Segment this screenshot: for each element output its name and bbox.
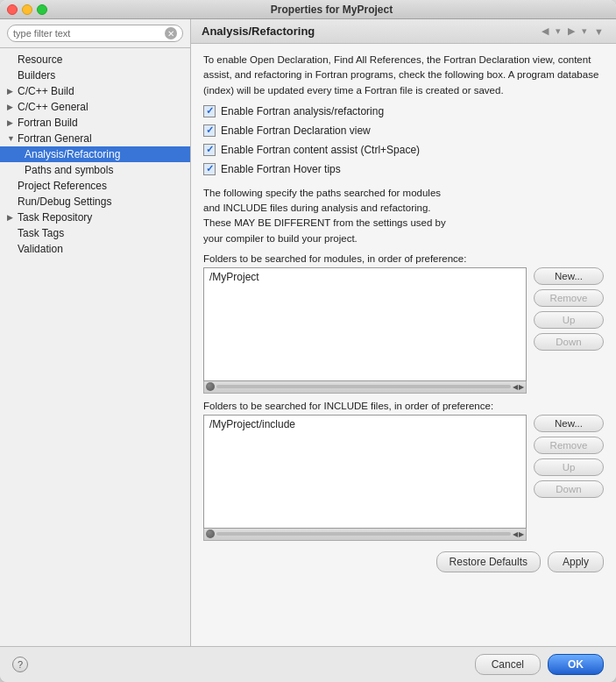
scroll-thumb[interactable] xyxy=(206,529,215,538)
checkbox-enable-declaration-label: Enable Fortran Declaration view xyxy=(221,124,371,137)
main-content: ✕ Resource Builders ▶ C/C++ Build xyxy=(0,19,616,646)
minimize-button[interactable] xyxy=(22,4,32,15)
sidebar-item-run-debug[interactable]: Run/Debug Settings xyxy=(0,194,190,210)
include-buttons: New... Remove Up Down xyxy=(534,415,604,498)
checkbox-enable-hover-box[interactable]: ✓ xyxy=(203,163,216,175)
checkbox-enable-hover: ✓ Enable Fortran Hover tips xyxy=(203,163,604,175)
modules-list[interactable]: /MyProject xyxy=(203,267,527,381)
restore-apply-bar: Restore Defaults Apply xyxy=(203,551,604,572)
filter-clear-button[interactable]: ✕ xyxy=(165,27,177,39)
right-panel: Analysis/Refactoring ◀ ▾ ▶ ▾ ▼ To enable… xyxy=(191,19,616,646)
checkbox-enable-analysis-box[interactable]: ✓ xyxy=(203,105,216,117)
checkbox-enable-content-assist-box[interactable]: ✓ xyxy=(203,144,216,156)
traffic-lights xyxy=(7,4,47,15)
checkbox-enable-content-assist: ✓ Enable Fortran content assist (Ctrl+Sp… xyxy=(203,144,604,156)
apply-button[interactable]: Apply xyxy=(548,551,604,572)
restore-defaults-button[interactable]: Restore Defaults xyxy=(436,551,541,572)
panel-header: Analysis/Refactoring ◀ ▾ ▶ ▾ ▼ xyxy=(191,19,616,44)
include-down-button[interactable]: Down xyxy=(534,480,604,498)
panel-body: To enable Open Declaration, Find All Ref… xyxy=(191,44,616,646)
sidebar: ✕ Resource Builders ▶ C/C++ Build xyxy=(0,19,191,646)
include-folder-row: /MyProject/include ◀ ▶ xyxy=(203,415,604,541)
checkbox-enable-hover-label: Enable Fortran Hover tips xyxy=(221,163,341,175)
scroll-left-icon[interactable]: ◀ xyxy=(513,530,518,538)
modules-remove-button[interactable]: Remove xyxy=(534,289,604,307)
sidebar-item-validation[interactable]: Validation xyxy=(0,241,190,257)
checkbox-enable-content-assist-label: Enable Fortran content assist (Ctrl+Spac… xyxy=(221,144,420,156)
modules-new-button[interactable]: New... xyxy=(534,267,604,285)
sidebar-item-task-tags[interactable]: Task Tags xyxy=(0,225,190,241)
include-list[interactable]: /MyProject/include xyxy=(203,415,527,529)
close-button[interactable] xyxy=(7,4,18,15)
modules-scrollbar: ◀ ▶ xyxy=(203,381,527,394)
dialog-footer: ? Cancel OK xyxy=(0,646,616,682)
arrow-icon: ▶ xyxy=(7,103,18,111)
maximize-button[interactable] xyxy=(37,4,47,15)
include-scrollbar: ◀ ▶ xyxy=(203,529,527,541)
checkbox-enable-declaration-box[interactable]: ✓ xyxy=(203,124,216,137)
filter-input[interactable] xyxy=(13,28,165,39)
modules-label: Folders to be searched for modules, in o… xyxy=(203,253,604,264)
include-remove-button[interactable]: Remove xyxy=(534,437,604,454)
scroll-track xyxy=(216,532,511,536)
sidebar-item-cpp-general[interactable]: ▶ C/C++ General xyxy=(0,99,190,115)
sidebar-item-analysis-refactoring[interactable]: Analysis/Refactoring xyxy=(0,146,190,162)
modules-list-wrap: /MyProject ◀ ▶ xyxy=(203,267,527,394)
sidebar-item-fortran-build[interactable]: ▶ Fortran Build xyxy=(0,115,190,131)
arrow-icon: ▼ xyxy=(7,134,18,143)
scroll-arrows: ◀ ▶ xyxy=(513,383,524,391)
checkbox-enable-declaration: ✓ Enable Fortran Declaration view xyxy=(203,124,604,137)
sidebar-item-resource[interactable]: Resource xyxy=(0,52,190,67)
checkmark-icon: ✓ xyxy=(206,144,214,155)
checkmark-icon: ✓ xyxy=(206,105,214,117)
sidebar-item-paths-symbols[interactable]: Paths and symbols xyxy=(0,162,190,178)
filter-input-wrap: ✕ xyxy=(7,25,183,42)
sidebar-item-cpp-build[interactable]: ▶ C/C++ Build xyxy=(0,83,190,99)
window-title: Properties for MyProject xyxy=(54,4,609,16)
modules-buttons: New... Remove Up Down xyxy=(534,267,604,351)
checkmark-icon: ✓ xyxy=(206,163,214,174)
scroll-left-icon[interactable]: ◀ xyxy=(513,383,518,391)
scroll-track xyxy=(216,385,511,388)
modules-down-button[interactable]: Down xyxy=(534,333,604,351)
filter-bar: ✕ xyxy=(0,19,190,48)
checkmark-icon: ✓ xyxy=(206,124,214,136)
sidebar-item-project-references[interactable]: Project References xyxy=(0,178,190,194)
paths-description: The following specify the paths searched… xyxy=(203,186,604,246)
scroll-arrows: ◀ ▶ xyxy=(513,530,524,538)
include-folder-section: Folders to be searched for INCLUDE files… xyxy=(203,401,604,541)
sidebar-item-fortran-general[interactable]: ▼ Fortran General xyxy=(0,131,190,146)
include-new-button[interactable]: New... xyxy=(534,415,604,432)
arrow-icon: ▶ xyxy=(7,87,18,96)
nav-separator: ▾ xyxy=(554,25,563,38)
arrow-icon: ▶ xyxy=(7,213,18,222)
sidebar-item-task-repository[interactable]: ▶ Task Repository xyxy=(0,210,190,225)
checkbox-enable-analysis-label: Enable Fortran analysis/refactoring xyxy=(221,105,384,117)
sidebar-item-builders[interactable]: Builders xyxy=(0,67,190,83)
modules-folder-row: /MyProject ◀ ▶ xyxy=(203,267,604,394)
sidebar-tree: Resource Builders ▶ C/C++ Build ▶ C/C++ … xyxy=(0,48,190,646)
modules-up-button[interactable]: Up xyxy=(534,311,604,329)
help-button[interactable]: ? xyxy=(12,657,28,672)
scroll-thumb[interactable] xyxy=(206,382,215,391)
list-item: /MyProject/include xyxy=(206,417,524,431)
include-label: Folders to be searched for INCLUDE files… xyxy=(203,401,604,411)
modules-folder-section: Folders to be searched for modules, in o… xyxy=(203,253,604,394)
nav-forward-icon[interactable]: ▶ xyxy=(566,25,577,38)
cancel-button[interactable]: Cancel xyxy=(475,654,541,675)
scroll-right-icon[interactable]: ▶ xyxy=(519,530,524,538)
nav-separator2: ▾ xyxy=(580,25,589,38)
ok-button[interactable]: OK xyxy=(548,654,604,675)
scroll-right-icon[interactable]: ▶ xyxy=(519,383,524,391)
list-item: /MyProject xyxy=(206,270,524,284)
nav-back-icon[interactable]: ◀ xyxy=(540,25,550,38)
include-list-wrap: /MyProject/include ◀ ▶ xyxy=(203,415,527,541)
properties-window: Properties for MyProject ✕ Resource xyxy=(0,0,616,682)
include-up-button[interactable]: Up xyxy=(534,458,604,476)
panel-nav-icons: ◀ ▾ ▶ ▾ ▼ xyxy=(540,25,605,38)
titlebar: Properties for MyProject xyxy=(0,0,616,19)
description-text: To enable Open Declaration, Find All Ref… xyxy=(203,53,604,98)
panel-title: Analysis/Refactoring xyxy=(202,25,315,38)
nav-dropdown-icon[interactable]: ▼ xyxy=(592,25,605,38)
checkbox-enable-analysis: ✓ Enable Fortran analysis/refactoring xyxy=(203,105,604,117)
